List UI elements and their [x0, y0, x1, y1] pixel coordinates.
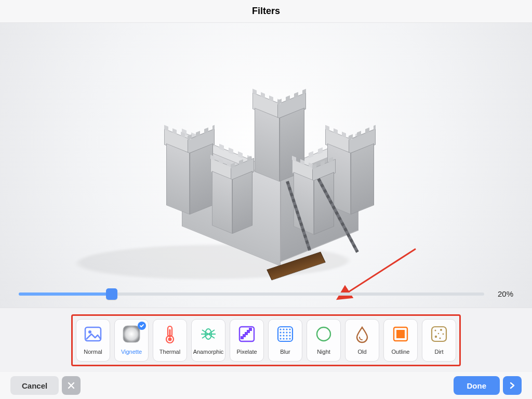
filter-outline[interactable]: Outline [383, 319, 418, 362]
svg-rect-37 [396, 330, 405, 338]
moon-icon [313, 324, 334, 344]
cancel-button[interactable]: Cancel [10, 376, 59, 395]
drop-icon [352, 324, 373, 344]
svg-point-24 [283, 331, 284, 333]
filters-highlight-box: NormalVignetteThermalAnamorphicPixelateB… [71, 314, 461, 366]
image-icon [83, 324, 103, 344]
svg-rect-38 [432, 327, 446, 341]
modal-title: Filters [252, 6, 280, 17]
intensity-slider[interactable]: 20% [19, 289, 513, 298]
pixel-icon [236, 324, 257, 344]
filter-label: Dirt [434, 349, 443, 355]
moon-icon [313, 324, 334, 344]
square-icon [390, 324, 411, 344]
filter-label: Blur [280, 349, 290, 355]
svg-point-20 [283, 328, 284, 330]
thermometer-icon [159, 324, 180, 344]
svg-point-39 [435, 329, 436, 331]
svg-point-26 [289, 331, 290, 333]
filter-thermal[interactable]: Thermal [153, 319, 187, 362]
close-button[interactable] [62, 376, 81, 395]
speckle-icon [429, 324, 449, 344]
chevron-right-icon [509, 382, 516, 389]
filter-label: Night [317, 349, 330, 355]
svg-point-21 [286, 328, 287, 330]
square-icon [390, 324, 411, 344]
check-badge-icon [138, 322, 146, 330]
filter-label: Pixelate [236, 349, 257, 355]
slider-fill [19, 292, 112, 296]
svg-rect-17 [249, 328, 252, 331]
filter-label: Anamorphic [193, 349, 224, 355]
castle-illustration [151, 90, 379, 283]
lens-icon [198, 324, 219, 344]
svg-point-23 [280, 331, 281, 333]
svg-point-33 [286, 338, 287, 339]
filter-label: Normal [84, 349, 102, 355]
dots-grid-icon [275, 324, 296, 344]
slider-value-label: 20% [493, 289, 513, 298]
filters-toolbar: NormalVignetteThermalAnamorphicPixelateB… [0, 308, 532, 372]
svg-rect-3 [123, 326, 140, 342]
svg-point-2 [88, 330, 91, 334]
filter-blur[interactable]: Blur [268, 319, 302, 362]
speckle-icon [429, 324, 449, 344]
svg-point-43 [439, 337, 441, 339]
svg-point-29 [286, 335, 287, 336]
svg-point-25 [286, 331, 287, 333]
next-button[interactable] [503, 376, 522, 395]
done-button[interactable]: Done [454, 376, 500, 395]
modal-footer: Cancel Done [0, 372, 532, 399]
slider-track[interactable] [19, 292, 484, 296]
svg-point-41 [443, 333, 444, 335]
filter-anamorphic[interactable]: Anamorphic [191, 319, 225, 362]
svg-point-32 [283, 338, 284, 339]
svg-point-19 [280, 328, 281, 330]
filter-old[interactable]: Old [345, 319, 379, 362]
svg-point-42 [435, 335, 437, 337]
svg-point-34 [289, 338, 290, 339]
svg-point-40 [440, 329, 442, 331]
filter-pixelate[interactable]: Pixelate [230, 319, 264, 362]
filter-dirt[interactable]: Dirt [422, 319, 456, 362]
close-icon [68, 382, 75, 389]
filter-normal[interactable]: Normal [76, 319, 110, 362]
svg-point-27 [280, 335, 281, 336]
svg-point-31 [280, 338, 281, 339]
slider-thumb[interactable] [106, 288, 117, 300]
image-icon [83, 324, 103, 344]
svg-point-30 [289, 335, 290, 336]
pixel-icon [236, 324, 257, 344]
svg-point-22 [289, 328, 290, 330]
svg-point-44 [438, 332, 440, 334]
filter-label: Thermal [159, 349, 180, 355]
svg-point-6 [168, 337, 172, 341]
filter-night[interactable]: Night [307, 319, 341, 362]
drop-icon [352, 324, 373, 344]
svg-point-28 [283, 335, 284, 336]
filter-label: Vignette [121, 349, 142, 355]
svg-point-35 [317, 327, 330, 341]
filter-label: Outline [392, 349, 410, 355]
filter-label: Old [357, 349, 366, 355]
filter-vignette[interactable]: Vignette [114, 319, 149, 362]
dots-grid-icon [275, 324, 296, 344]
preview-canvas: 20% [0, 23, 532, 308]
lens-icon [198, 324, 219, 344]
thermometer-icon [159, 324, 180, 344]
modal-header: Filters [0, 0, 532, 23]
